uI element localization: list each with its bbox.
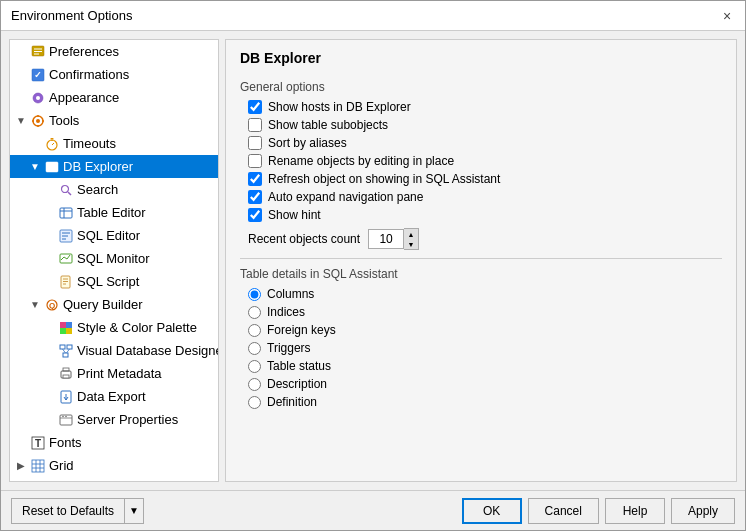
sidebar-item-tableeditor[interactable]: Table Editor (10, 201, 218, 224)
ok-button[interactable]: OK (462, 498, 522, 524)
sidebar-item-confirmations[interactable]: ✓ Confirmations (10, 63, 218, 86)
radio-row-indices: Indices (240, 305, 722, 319)
svg-rect-31 (61, 276, 70, 288)
expand-spacer (14, 65, 28, 84)
auto-expand-checkbox[interactable] (248, 190, 262, 204)
svg-text:Q: Q (49, 301, 55, 310)
sidebar-item-visualdb[interactable]: Visual Database Designer (10, 339, 218, 362)
sidebar-item-tools[interactable]: ▼ Tools (10, 109, 218, 132)
show-table-sub-label[interactable]: Show table subobjects (268, 118, 388, 132)
recent-count-spinbox: 10 ▲ ▼ (368, 228, 419, 250)
radio-table-status-label[interactable]: Table status (267, 359, 331, 373)
environment-options-dialog: Environment Options × Preferences ✓ Conf… (0, 0, 746, 531)
show-hint-label[interactable]: Show hint (268, 208, 321, 222)
visualdb-icon (58, 343, 74, 359)
spinbox-up-button[interactable]: ▲ (404, 229, 418, 239)
sidebar-item-querybuilder[interactable]: ▼ Q Query Builder (10, 293, 218, 316)
sidebar-item-search[interactable]: Search (10, 178, 218, 201)
show-hosts-label[interactable]: Show hosts in DB Explorer (268, 100, 411, 114)
sidebar-item-preferences[interactable]: Preferences (10, 40, 218, 63)
expand-spacer (42, 387, 56, 406)
sort-aliases-checkbox[interactable] (248, 136, 262, 150)
svg-text:✓: ✓ (34, 70, 42, 80)
tools-label: Tools (49, 111, 79, 130)
show-hosts-checkbox[interactable] (248, 100, 262, 114)
cancel-button[interactable]: Cancel (528, 498, 599, 524)
show-table-sub-checkbox[interactable] (248, 118, 262, 132)
dataexport-icon (58, 389, 74, 405)
radio-triggers[interactable] (248, 342, 261, 355)
radio-table-status[interactable] (248, 360, 261, 373)
radio-description[interactable] (248, 378, 261, 391)
reset-defaults-button[interactable]: Reset to Defaults (11, 498, 125, 524)
content-title: DB Explorer (240, 50, 722, 70)
serverprops-label: Server Properties (77, 410, 178, 429)
svg-rect-42 (67, 345, 72, 349)
confirmations-label: Confirmations (49, 65, 129, 84)
sidebar-item-serverprops[interactable]: Server Properties (10, 408, 218, 431)
querybuilder-expand-icon: ▼ (28, 295, 42, 314)
show-hint-checkbox[interactable] (248, 208, 262, 222)
sidebar-item-appearance[interactable]: Appearance (10, 86, 218, 109)
sidebar-item-localization[interactable]: Localization (10, 477, 218, 482)
printmeta-icon (58, 366, 74, 382)
sidebar-item-dataexport[interactable]: Data Export (10, 385, 218, 408)
appearance-label: Appearance (49, 88, 119, 107)
confirmations-icon: ✓ (30, 67, 46, 83)
sqlscript-icon (58, 274, 74, 290)
svg-rect-57 (32, 460, 44, 472)
checkbox-row-sort-aliases: Sort by aliases (240, 136, 722, 150)
visualdb-label: Visual Database Designer (77, 341, 219, 360)
spinbox-buttons: ▲ ▼ (404, 228, 419, 250)
sidebar-item-sqleditor[interactable]: SQL Editor (10, 224, 218, 247)
refresh-object-checkbox[interactable] (248, 172, 262, 186)
expand-spacer (14, 433, 28, 452)
reset-defaults-arrow-button[interactable]: ▼ (125, 498, 144, 524)
title-bar: Environment Options × (1, 1, 745, 31)
sidebar-item-stylecolor[interactable]: Style & Color Palette (10, 316, 218, 339)
stylecolor-label: Style & Color Palette (77, 318, 197, 337)
localization-label: Localization (49, 479, 118, 482)
sidebar-item-sqlscript[interactable]: SQL Script (10, 270, 218, 293)
refresh-object-label[interactable]: Refresh object on showing in SQL Assista… (268, 172, 500, 186)
auto-expand-label[interactable]: Auto expand navigation pane (268, 190, 423, 204)
close-button[interactable]: × (719, 8, 735, 24)
tableeditor-icon (58, 205, 74, 221)
svg-rect-40 (66, 328, 72, 334)
help-button[interactable]: Help (605, 498, 665, 524)
radio-definition-label[interactable]: Definition (267, 395, 317, 409)
radio-definition[interactable] (248, 396, 261, 409)
radio-indices[interactable] (248, 306, 261, 319)
radio-row-table-status: Table status (240, 359, 722, 373)
apply-button[interactable]: Apply (671, 498, 735, 524)
tools-expand-icon: ▼ (14, 111, 28, 130)
spinbox-down-button[interactable]: ▼ (404, 239, 418, 249)
radio-triggers-label[interactable]: Triggers (267, 341, 311, 355)
checkbox-row-show-hint: Show hint (240, 208, 722, 222)
sidebar-item-fonts[interactable]: T Fonts (10, 431, 218, 454)
sidebar-item-dbexplorer[interactable]: ▼ DB Explorer (10, 155, 218, 178)
sidebar-item-grid[interactable]: ▶ Grid (10, 454, 218, 477)
svg-rect-39 (60, 328, 66, 334)
sidebar-item-printmeta[interactable]: Print Metadata (10, 362, 218, 385)
fonts-label: Fonts (49, 433, 82, 452)
sort-aliases-label[interactable]: Sort by aliases (268, 136, 347, 150)
search-label: Search (77, 180, 118, 199)
dialog-title: Environment Options (11, 8, 132, 23)
rename-objects-label[interactable]: Rename objects by editing in place (268, 154, 454, 168)
radio-foreign-keys-label[interactable]: Foreign keys (267, 323, 336, 337)
radio-columns-label[interactable]: Columns (267, 287, 314, 301)
general-options-label: General options (240, 80, 722, 94)
svg-point-20 (47, 166, 57, 169)
recent-count-input[interactable]: 10 (368, 229, 404, 249)
rename-objects-checkbox[interactable] (248, 154, 262, 168)
radio-columns[interactable] (248, 288, 261, 301)
sqleditor-icon (58, 228, 74, 244)
sidebar-item-sqlmonitor[interactable]: SQL Monitor (10, 247, 218, 270)
radio-indices-label[interactable]: Indices (267, 305, 305, 319)
radio-description-label[interactable]: Description (267, 377, 327, 391)
preferences-icon (30, 44, 46, 60)
sidebar-item-timeouts[interactable]: Timeouts (10, 132, 218, 155)
radio-foreign-keys[interactable] (248, 324, 261, 337)
svg-text:T: T (35, 438, 41, 449)
